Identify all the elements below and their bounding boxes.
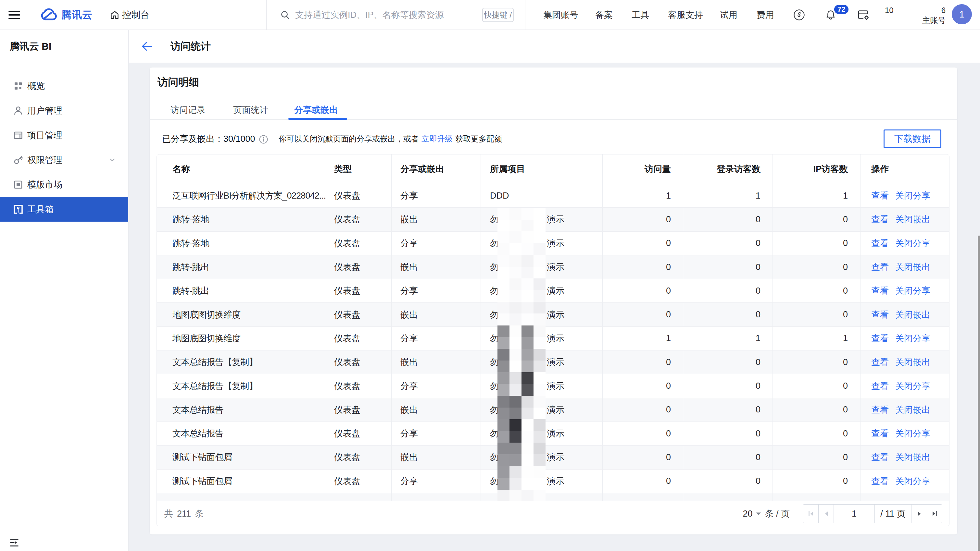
cloud-logo-icon: [40, 8, 58, 22]
close-share-link[interactable]: 关闭嵌出: [895, 404, 930, 416]
privacy-mosaic-redaction: [498, 208, 546, 501]
table-row: 文本总结报告仪表盘嵌出勿演示000查看关闭嵌出: [157, 398, 949, 422]
view-link[interactable]: 查看: [871, 380, 889, 392]
view-link[interactable]: 查看: [871, 190, 889, 202]
view-link[interactable]: 查看: [871, 238, 889, 249]
notification-bell-icon[interactable]: [825, 0, 837, 30]
cell-actions: [861, 493, 949, 501]
view-link[interactable]: 查看: [871, 404, 889, 416]
view-link[interactable]: 查看: [871, 356, 889, 368]
topbar-nav-icp[interactable]: 备案: [595, 0, 613, 30]
mosaic-tile: [522, 326, 533, 337]
mosaic-tile: [498, 220, 509, 231]
page-size-select[interactable]: 20 条 / 页: [743, 501, 790, 526]
console-link[interactable]: 控制台: [110, 0, 150, 30]
sidebar-collapse-icon[interactable]: [10, 538, 19, 547]
window-scrollbar-thumb[interactable]: [978, 236, 980, 551]
view-link[interactable]: 查看: [871, 285, 889, 297]
close-share-link[interactable]: 关闭分享: [895, 238, 930, 249]
close-share-link[interactable]: 关闭嵌出: [895, 214, 930, 225]
mosaic-tile: [498, 278, 509, 290]
column-header-share-or-embed[interactable]: 分享或嵌出: [391, 154, 481, 184]
sidebar-item-overview[interactable]: 概览: [0, 74, 128, 98]
mosaic-tile: [498, 231, 509, 243]
close-share-link[interactable]: 关闭分享: [895, 380, 930, 392]
mosaic-tile: [509, 349, 522, 360]
view-link[interactable]: 查看: [871, 475, 889, 487]
mosaic-tile: [522, 337, 533, 349]
tab-share-or-embed[interactable]: 分享或嵌出: [294, 103, 338, 117]
cell-name: 地图底图切换维度: [157, 327, 326, 350]
upgrade-link[interactable]: 立即升级: [422, 134, 453, 144]
topbar-nav-support[interactable]: 客服支持: [668, 0, 703, 30]
view-link[interactable]: 查看: [871, 214, 889, 225]
tab-access-records[interactable]: 访问记录: [170, 103, 205, 117]
hamburger-menu-icon[interactable]: [8, 0, 20, 30]
search-input[interactable]: 支持通过实例ID、IP、名称等搜索资源: [280, 0, 444, 30]
cell-ip-visitors: 0: [773, 351, 861, 374]
column-header-actions[interactable]: 操作: [861, 154, 949, 184]
column-header-login-visitors[interactable]: 登录访客数: [683, 154, 773, 184]
cell-login-visitors: [683, 493, 773, 501]
topbar-nav-billing[interactable]: 费用: [757, 0, 774, 30]
notification-count-badge[interactable]: 72: [833, 4, 850, 15]
view-link[interactable]: 查看: [871, 309, 889, 321]
close-share-link[interactable]: 关闭分享: [895, 190, 930, 202]
mosaic-tile: [498, 243, 509, 255]
last-page-button[interactable]: [927, 505, 942, 523]
next-page-button[interactable]: [912, 505, 927, 523]
table-footer: 共211条 20 条 / 页 1 / 11 页: [157, 501, 949, 526]
column-header-visits[interactable]: 访问量: [603, 154, 683, 184]
mosaic-tile: [509, 313, 522, 325]
console-settings-icon[interactable]: [857, 0, 870, 30]
close-share-link[interactable]: 关闭嵌出: [895, 356, 930, 368]
sidebar-item-permission-management[interactable]: 权限管理: [0, 148, 128, 172]
avatar[interactable]: 1: [952, 4, 972, 24]
info-icon[interactable]: [259, 135, 267, 143]
close-share-link[interactable]: 关闭嵌出: [895, 309, 930, 321]
mosaic-tile: [498, 396, 509, 408]
prev-page-button[interactable]: [819, 505, 834, 523]
column-header-project[interactable]: 所属项目: [481, 154, 603, 184]
view-link[interactable]: 查看: [871, 261, 889, 273]
cell-project: DDD: [481, 184, 603, 207]
column-header-ip-visitors[interactable]: IP访客数: [773, 154, 861, 184]
cell-name: [157, 493, 326, 501]
close-share-link[interactable]: 关闭分享: [895, 475, 930, 487]
close-share-link[interactable]: 关闭分享: [895, 428, 930, 439]
topbar-nav-group-account[interactable]: 集团账号: [543, 0, 578, 30]
column-header-name[interactable]: 名称: [157, 154, 326, 184]
close-share-link[interactable]: 关闭分享: [895, 285, 930, 297]
divider: [150, 119, 957, 120]
sidebar-item-project-management[interactable]: 项目管理: [0, 123, 128, 148]
service-icon[interactable]: [793, 0, 805, 30]
topbar-nav-tools[interactable]: 工具: [632, 0, 649, 30]
view-link[interactable]: 查看: [871, 333, 889, 344]
mosaic-tile: [533, 208, 546, 220]
first-page-button[interactable]: [803, 505, 819, 523]
close-share-link[interactable]: 关闭分享: [895, 333, 930, 344]
current-page-input[interactable]: 1: [834, 505, 875, 523]
cell-login-visitors: 0: [683, 398, 773, 422]
mosaic-tile: [522, 454, 533, 466]
sidebar-item-template-market[interactable]: 模版市场: [0, 172, 128, 197]
mosaic-tile: [522, 384, 533, 395]
close-share-link[interactable]: 关闭嵌出: [895, 451, 930, 463]
sidebar-item-user-management[interactable]: 用户管理: [0, 98, 128, 123]
divider: [525, 0, 525, 30]
back-arrow-icon[interactable]: [141, 41, 152, 52]
table-header-row: 名称 类型 分享或嵌出 所属项目 访问量 登录访客数 IP访客数 操作: [157, 154, 949, 184]
view-link[interactable]: 查看: [871, 451, 889, 463]
mosaic-tile: [509, 396, 522, 408]
column-header-type[interactable]: 类型: [326, 154, 391, 184]
sidebar-item-toolbox[interactable]: 工具箱: [0, 197, 128, 222]
view-link[interactable]: 查看: [871, 428, 889, 439]
download-data-button[interactable]: 下载数据: [883, 129, 941, 148]
close-share-link[interactable]: 关闭嵌出: [895, 261, 930, 273]
mosaic-tile: [498, 326, 509, 337]
account-info[interactable]: 6 主账号: [893, 5, 946, 25]
tab-page-stats[interactable]: 页面统计: [233, 103, 268, 117]
mosaic-tile: [533, 466, 546, 478]
topbar-nav-trial[interactable]: 试用: [720, 0, 737, 30]
brand-logo[interactable]: 腾讯云: [40, 0, 92, 30]
